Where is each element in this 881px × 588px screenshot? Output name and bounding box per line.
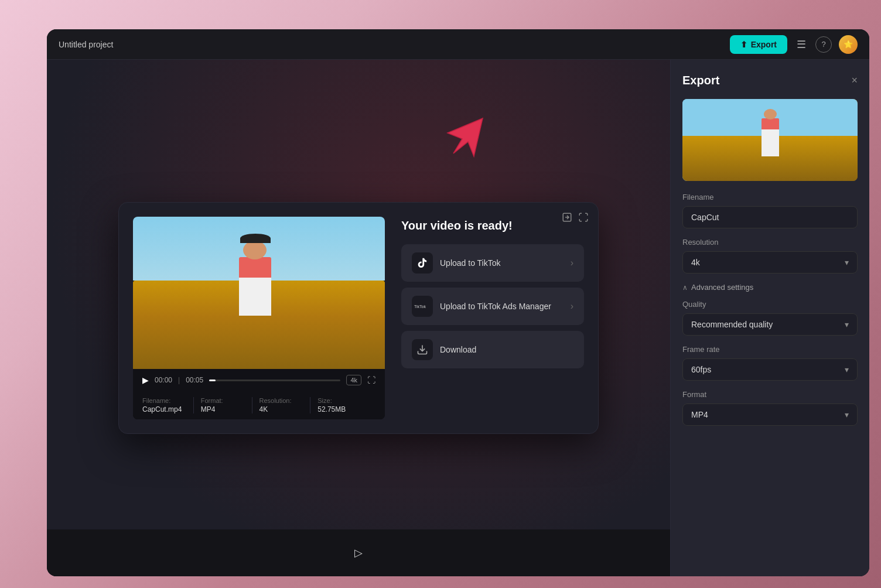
help-button[interactable]: ? <box>815 36 832 53</box>
svg-text:TikTok: TikTok <box>414 305 426 309</box>
panel-title: Export × <box>682 74 858 87</box>
file-info-format: Format: MP4 <box>201 397 252 413</box>
quality-chevron-icon: ▾ <box>845 320 849 329</box>
video-preview: ▶ 00:00 | 00:05 4k ⛶ <box>133 217 385 419</box>
share-icon-button[interactable] <box>562 212 572 225</box>
upload-tiktok-button[interactable]: Upload to TikTok › <box>401 244 584 282</box>
quality-badge: 4k <box>346 375 361 385</box>
quality-label: Quality <box>682 300 858 309</box>
player-controls: ▶ 00:00 | 00:05 4k ⛶ <box>133 369 385 391</box>
top-bar: Untitled project ⬆ Export ☰ ? ⭐ <box>47 29 869 60</box>
figure-body <box>239 257 271 316</box>
upload-tiktok-ads-button[interactable]: TikTok Upload to TikTok Ads Manager › <box>401 288 584 325</box>
editor-area: ▶ 00:00 | 00:05 4k ⛶ <box>47 60 670 576</box>
fullscreen-button[interactable]: ⛶ <box>367 375 375 385</box>
tiktok-icon-container <box>412 252 433 274</box>
progress-bar[interactable] <box>209 380 340 381</box>
advanced-settings-toggle[interactable]: ∧ Advanced settings <box>682 283 753 292</box>
advanced-settings-section: ∧ Advanced settings Quality Recommended … <box>682 283 858 426</box>
avatar-button[interactable]: ⭐ <box>839 35 858 54</box>
menu-icon: ☰ <box>797 39 806 50</box>
resolution-chevron-icon: ▾ <box>845 258 849 267</box>
video-ready-title: Your video is ready! <box>401 219 584 233</box>
export-upload-icon: ⬆ <box>740 40 747 49</box>
total-time: 00:05 <box>186 376 203 384</box>
top-bar-actions: ⬆ Export ☰ ? ⭐ <box>730 35 858 54</box>
close-icon: × <box>851 74 858 86</box>
play-button[interactable]: ▶ <box>142 375 149 385</box>
main-area: ▶ 00:00 | 00:05 4k ⛶ <box>47 60 869 576</box>
help-icon: ? <box>821 40 825 49</box>
arrow-icon: › <box>571 258 573 268</box>
file-info-resolution: Resolution: 4K <box>259 397 311 413</box>
thumb-figure <box>762 118 779 156</box>
progress-fill <box>209 380 216 381</box>
file-info: Filename: CapCut.mp4 Format: MP4 Resolut… <box>133 391 385 419</box>
current-time: 00:00 <box>155 376 172 384</box>
tiktok-ads-icon-container: TikTok <box>412 296 433 317</box>
avatar-icon: ⭐ <box>844 40 853 49</box>
modal-content: ▶ 00:00 | 00:05 4k ⛶ <box>133 217 584 419</box>
file-info-filename: Filename: CapCut.mp4 <box>142 397 194 413</box>
export-button[interactable]: ⬆ Export <box>730 35 787 54</box>
chevron-up-icon: ∧ <box>682 283 688 292</box>
close-panel-button[interactable]: × <box>851 74 858 87</box>
video-frame <box>133 217 385 369</box>
project-title: Untitled project <box>59 40 113 49</box>
quality-select[interactable]: Recommended quality ▾ <box>682 313 858 336</box>
format-chevron-icon: ▾ <box>845 410 849 419</box>
fullscreen-icon-button[interactable] <box>578 212 589 225</box>
modal-top-icons <box>562 212 589 225</box>
format-select[interactable]: MP4 ▾ <box>682 404 858 426</box>
download-button[interactable]: Download <box>401 331 584 368</box>
menu-button[interactable]: ☰ <box>794 36 808 53</box>
format-label: Format <box>682 390 858 399</box>
export-modal: ▶ 00:00 | 00:05 4k ⛶ <box>118 202 599 434</box>
export-panel: Export × Filename Resolution 4k ▾ <box>670 60 869 576</box>
framerate-chevron-icon: ▾ <box>845 365 849 374</box>
modal-overlay: ▶ 00:00 | 00:05 4k ⛶ <box>47 60 670 576</box>
resolution-select[interactable]: 4k ▾ <box>682 251 858 274</box>
filename-input[interactable] <box>682 206 858 228</box>
app-container: Untitled project ⬆ Export ☰ ? ⭐ <box>47 29 869 576</box>
download-icon-container <box>412 339 433 360</box>
framerate-label: Frame rate <box>682 345 858 354</box>
export-thumbnail <box>682 99 858 181</box>
modal-right: Your video is ready! Upload to TikTok › <box>401 217 584 374</box>
file-info-size: Size: 52.75MB <box>317 397 368 413</box>
resolution-label: Resolution <box>682 238 858 247</box>
figure-head <box>243 241 267 259</box>
figure-hat <box>240 234 271 243</box>
filename-label: Filename <box>682 193 858 201</box>
framerate-select[interactable]: 60fps ▾ <box>682 358 858 381</box>
arrow-icon-ads: › <box>571 301 573 312</box>
